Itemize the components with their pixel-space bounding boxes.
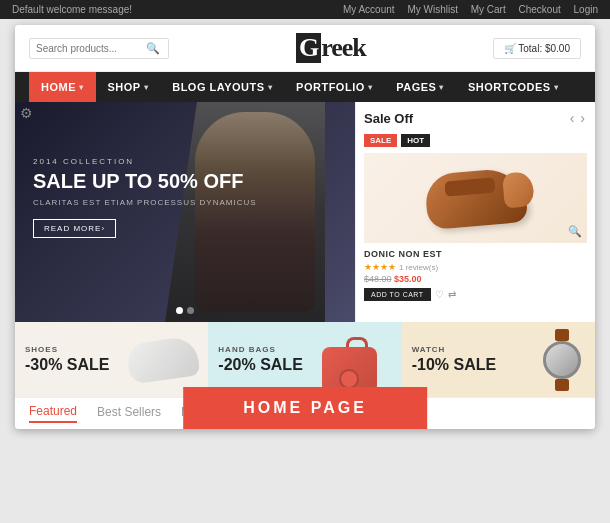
homepage-overlay: HOME PAGE: [183, 387, 427, 429]
search-icon[interactable]: 🔍: [146, 42, 160, 55]
old-price: $48.00: [364, 274, 392, 284]
search-input[interactable]: [36, 43, 146, 54]
shoe-visual: [423, 166, 527, 230]
logo-letter: G: [296, 33, 321, 63]
settings-gear-icon[interactable]: ⚙: [20, 105, 33, 121]
site-logo: Greek: [296, 33, 366, 63]
login-link[interactable]: Login: [574, 4, 598, 15]
my-account-link[interactable]: My Account: [343, 4, 395, 15]
sneaker-visual: [126, 335, 201, 384]
promo-handbags-discount: -20% SALE: [218, 356, 302, 374]
nav-blog[interactable]: BLOG LAYOUTS ▾: [160, 72, 284, 102]
sale-badges: SALE HOT: [364, 134, 587, 147]
sale-badge: SALE: [364, 134, 397, 147]
hero-description: Claritas est etiam processus dynamicus: [33, 198, 257, 207]
nav-home-arrow: ▾: [79, 83, 84, 92]
watch-strap-bottom: [555, 379, 569, 391]
promo-shoes-category: SHOES: [25, 345, 109, 354]
promo-watch[interactable]: WATCH -10% SALE: [402, 322, 595, 397]
top-bar-links: My Account My Wishlist My Cart Checkout …: [333, 4, 598, 15]
new-price: $35.00: [394, 274, 422, 284]
promo-handbags-image: [322, 332, 392, 387]
add-to-cart-button[interactable]: Add To Cart: [364, 288, 431, 301]
hero-read-more-button[interactable]: READ MORE›: [33, 219, 116, 238]
hero-slider: 2014 Collection SALE UP TO 50% OFF Clari…: [15, 102, 355, 322]
hero-dot-2[interactable]: [187, 307, 194, 314]
promo-watch-discount: -10% SALE: [412, 356, 496, 374]
nav-pages-arrow: ▾: [439, 83, 444, 92]
sale-prev-button[interactable]: ‹: [568, 110, 577, 126]
promo-shoes-image: [128, 332, 198, 387]
my-cart-link[interactable]: My Cart: [471, 4, 506, 15]
promo-watch-text: WATCH -10% SALE: [412, 345, 496, 374]
logo-text: reek: [321, 33, 366, 62]
nav-portfolio-arrow: ▾: [368, 83, 373, 92]
hero-sub-label: 2014 Collection: [33, 157, 257, 166]
product-rating: ★★★★ 1 review(s): [364, 262, 587, 272]
sale-off-title: Sale Off: [364, 111, 413, 126]
promo-handbags-category: HAND BAGS: [218, 345, 302, 354]
nav-portfolio[interactable]: PORTFOLIO ▾: [284, 72, 384, 102]
shoe-strap: [444, 177, 495, 196]
nav-shop[interactable]: SHOP ▾: [96, 72, 161, 102]
promo-shoes-discount: -30% SALE: [25, 356, 109, 374]
watch-strap-top: [555, 329, 569, 341]
promo-shoes[interactable]: SHOES -30% SALE: [15, 322, 208, 397]
watch-face: [543, 341, 581, 379]
product-name: DONIC NON EST: [364, 249, 587, 259]
main-wrapper: 🔍 Greek 🛒 Total: $0.00 HOME ▾ SHOP ▾ BLO…: [15, 25, 595, 429]
nav-pages[interactable]: PAGES ▾: [384, 72, 456, 102]
nav-blog-arrow: ▾: [268, 83, 273, 92]
promo-shoes-text: SHOES -30% SALE: [25, 345, 109, 374]
hero-dot-1[interactable]: [176, 307, 183, 314]
welcome-message: Default welcome message!: [12, 4, 132, 15]
nav-shortcodes[interactable]: SHORTCODES ▾: [456, 72, 570, 102]
my-wishlist-link[interactable]: My Wishlist: [407, 4, 458, 15]
sale-nav-controls: ‹ ›: [568, 110, 587, 126]
compare-icon[interactable]: ⇄: [448, 289, 456, 300]
nav-shop-arrow: ▾: [144, 83, 149, 92]
hero-text-block: 2014 Collection SALE UP TO 50% OFF Clari…: [33, 157, 257, 238]
watch-visual: [540, 335, 585, 385]
site-header: 🔍 Greek 🛒 Total: $0.00: [15, 25, 595, 72]
nav-home[interactable]: HOME ▾: [29, 72, 96, 102]
shoe-toe: [501, 171, 534, 208]
content-area: 2014 Collection SALE UP TO 50% OFF Clari…: [15, 102, 595, 322]
nav-shortcodes-arrow: ▾: [554, 83, 559, 92]
promo-banners: SHOES -30% SALE HAND BAGS -20% SALE: [15, 322, 595, 397]
top-bar: Default welcome message! My Account My W…: [0, 0, 610, 19]
sale-off-header: Sale Off ‹ ›: [364, 110, 587, 126]
sale-off-panel: Sale Off ‹ › SALE HOT: [355, 102, 595, 322]
search-bar[interactable]: 🔍: [29, 38, 169, 59]
homepage-button[interactable]: HOME PAGE: [183, 387, 427, 429]
hero-pagination: [176, 307, 194, 314]
product-zoom-icon[interactable]: 🔍: [568, 225, 582, 238]
sale-product-image: 🔍: [364, 153, 587, 243]
checkout-link[interactable]: Checkout: [519, 4, 561, 15]
hero-title: SALE UP TO 50% OFF: [33, 170, 257, 192]
promo-handbags-text: HAND BAGS -20% SALE: [218, 345, 302, 374]
star-icons: ★★★★: [364, 262, 396, 272]
wishlist-icon[interactable]: ♡: [435, 289, 444, 300]
tab-featured[interactable]: Featured: [29, 404, 77, 423]
tab-best-sellers[interactable]: Best Sellers: [97, 405, 161, 422]
promo-handbags[interactable]: HAND BAGS -20% SALE: [208, 322, 401, 397]
hot-badge: HOT: [401, 134, 430, 147]
sale-next-button[interactable]: ›: [578, 110, 587, 126]
cart-button[interactable]: 🛒 Total: $0.00: [493, 38, 581, 59]
outer-wrapper: ⚙ 🔍 Greek 🛒 Total: $0.00 HOME ▾ SHOP ▾: [0, 25, 610, 429]
promo-watch-category: WATCH: [412, 345, 496, 354]
hero-background: 2014 Collection SALE UP TO 50% OFF Clari…: [15, 102, 355, 322]
review-count: 1 review(s): [399, 263, 438, 272]
main-nav: HOME ▾ SHOP ▾ BLOG LAYOUTS ▾ PORTFOLIO ▾…: [15, 72, 595, 102]
product-actions: Add To Cart ♡ ⇄: [364, 288, 587, 301]
product-price: $48.00 $35.00: [364, 274, 587, 284]
